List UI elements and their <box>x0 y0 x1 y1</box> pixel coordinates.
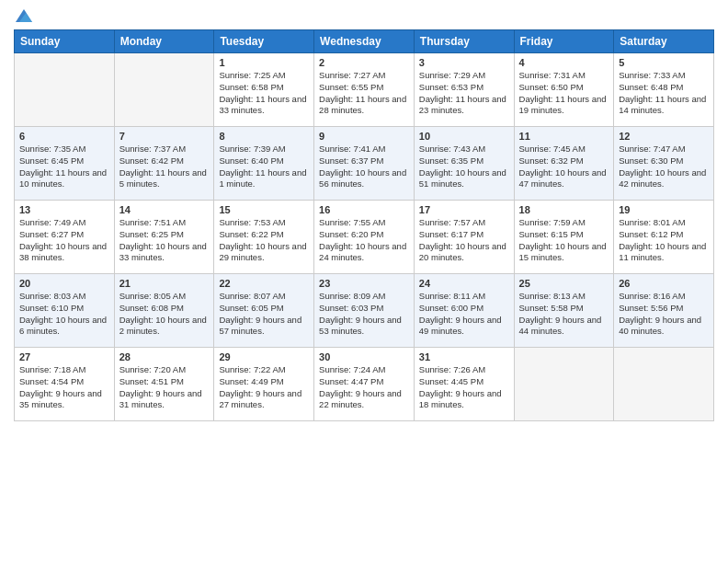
day-number: 24 <box>419 278 509 289</box>
calendar-cell: 15Sunrise: 7:53 AMSunset: 6:22 PMDayligh… <box>214 201 314 274</box>
day-info: Sunrise: 7:41 AMSunset: 6:37 PMDaylight:… <box>319 144 409 190</box>
day-info: Sunrise: 7:29 AMSunset: 6:53 PMDaylight:… <box>419 70 509 117</box>
day-number: 12 <box>619 131 709 142</box>
day-number: 31 <box>419 351 509 362</box>
calendar-cell: 20Sunrise: 8:03 AMSunset: 6:10 PMDayligh… <box>15 274 115 348</box>
day-number: 11 <box>519 131 609 142</box>
day-info: Sunrise: 8:07 AMSunset: 6:05 PMDaylight:… <box>219 291 309 338</box>
calendar-cell: 23Sunrise: 8:09 AMSunset: 6:03 PMDayligh… <box>314 274 415 348</box>
calendar-cell: 25Sunrise: 8:13 AMSunset: 5:58 PMDayligh… <box>514 274 614 348</box>
day-info: Sunrise: 7:45 AMSunset: 6:32 PMDaylight:… <box>519 144 609 190</box>
calendar-cell: 30Sunrise: 7:24 AMSunset: 4:47 PMDayligh… <box>314 348 415 421</box>
day-number: 18 <box>519 204 609 215</box>
calendar-cell: 26Sunrise: 8:16 AMSunset: 5:56 PMDayligh… <box>614 274 714 348</box>
day-info: Sunrise: 7:37 AMSunset: 6:42 PMDaylight:… <box>119 144 210 190</box>
day-number: 2 <box>319 57 409 68</box>
day-number: 8 <box>219 131 309 142</box>
calendar-cell: 27Sunrise: 7:18 AMSunset: 4:54 PMDayligh… <box>15 348 115 421</box>
day-number: 16 <box>319 204 409 215</box>
day-info: Sunrise: 8:05 AMSunset: 6:08 PMDaylight:… <box>119 291 210 338</box>
calendar-cell: 24Sunrise: 8:11 AMSunset: 6:00 PMDayligh… <box>414 274 514 348</box>
calendar-cell: 1Sunrise: 7:25 AMSunset: 6:58 PMDaylight… <box>214 53 314 127</box>
day-info: Sunrise: 7:43 AMSunset: 6:35 PMDaylight:… <box>419 144 509 190</box>
day-info: Sunrise: 8:11 AMSunset: 6:00 PMDaylight:… <box>419 291 509 338</box>
day-info: Sunrise: 8:03 AMSunset: 6:10 PMDaylight:… <box>19 291 109 338</box>
day-info: Sunrise: 8:09 AMSunset: 6:03 PMDaylight:… <box>319 291 409 338</box>
day-number: 10 <box>419 131 509 142</box>
day-number: 3 <box>419 57 509 68</box>
day-number: 5 <box>619 57 709 68</box>
day-info: Sunrise: 7:49 AMSunset: 6:27 PMDaylight:… <box>19 217 109 264</box>
calendar-cell: 31Sunrise: 7:26 AMSunset: 4:45 PMDayligh… <box>414 348 514 421</box>
weekday-header-tuesday: Tuesday <box>214 30 314 53</box>
weekday-header-sunday: Sunday <box>15 30 115 53</box>
weekday-header-monday: Monday <box>114 30 214 53</box>
week-row-1: 1Sunrise: 7:25 AMSunset: 6:58 PMDaylight… <box>15 53 714 127</box>
day-info: Sunrise: 7:53 AMSunset: 6:22 PMDaylight:… <box>219 217 309 264</box>
calendar-cell: 4Sunrise: 7:31 AMSunset: 6:50 PMDaylight… <box>514 53 614 127</box>
week-row-5: 27Sunrise: 7:18 AMSunset: 4:54 PMDayligh… <box>15 348 714 421</box>
day-number: 15 <box>219 204 309 215</box>
day-number: 7 <box>119 131 210 142</box>
day-number: 23 <box>319 278 409 289</box>
calendar-cell: 17Sunrise: 7:57 AMSunset: 6:17 PMDayligh… <box>414 201 514 274</box>
day-info: Sunrise: 8:16 AMSunset: 5:56 PMDaylight:… <box>619 291 709 338</box>
calendar-cell: 12Sunrise: 7:47 AMSunset: 6:30 PMDayligh… <box>614 127 714 201</box>
day-info: Sunrise: 8:13 AMSunset: 5:58 PMDaylight:… <box>519 291 609 338</box>
week-row-3: 13Sunrise: 7:49 AMSunset: 6:27 PMDayligh… <box>15 201 714 274</box>
day-info: Sunrise: 7:24 AMSunset: 4:47 PMDaylight:… <box>319 364 409 411</box>
day-info: Sunrise: 7:57 AMSunset: 6:17 PMDaylight:… <box>419 217 509 264</box>
calendar-cell: 2Sunrise: 7:27 AMSunset: 6:55 PMDaylight… <box>314 53 415 127</box>
logo-icon <box>16 9 32 22</box>
calendar-cell: 19Sunrise: 8:01 AMSunset: 6:12 PMDayligh… <box>614 201 714 274</box>
calendar-cell <box>514 348 614 421</box>
day-number: 27 <box>19 351 109 362</box>
day-info: Sunrise: 7:51 AMSunset: 6:25 PMDaylight:… <box>119 217 210 264</box>
day-number: 19 <box>619 204 709 215</box>
day-info: Sunrise: 7:20 AMSunset: 4:51 PMDaylight:… <box>119 364 210 411</box>
calendar-cell: 8Sunrise: 7:39 AMSunset: 6:40 PMDaylight… <box>214 127 314 201</box>
calendar-cell <box>614 348 714 421</box>
day-info: Sunrise: 7:27 AMSunset: 6:55 PMDaylight:… <box>319 70 409 117</box>
day-info: Sunrise: 7:33 AMSunset: 6:48 PMDaylight:… <box>619 70 709 117</box>
calendar-cell: 5Sunrise: 7:33 AMSunset: 6:48 PMDaylight… <box>614 53 714 127</box>
weekday-header-saturday: Saturday <box>614 30 714 53</box>
week-row-4: 20Sunrise: 8:03 AMSunset: 6:10 PMDayligh… <box>15 274 714 348</box>
day-info: Sunrise: 7:18 AMSunset: 4:54 PMDaylight:… <box>19 364 109 411</box>
day-info: Sunrise: 7:35 AMSunset: 6:45 PMDaylight:… <box>19 144 109 190</box>
day-number: 1 <box>219 57 309 68</box>
day-info: Sunrise: 7:59 AMSunset: 6:15 PMDaylight:… <box>519 217 609 264</box>
day-number: 13 <box>19 204 109 215</box>
calendar-cell: 22Sunrise: 8:07 AMSunset: 6:05 PMDayligh… <box>214 274 314 348</box>
header <box>14 9 714 22</box>
calendar-cell: 21Sunrise: 8:05 AMSunset: 6:08 PMDayligh… <box>114 274 214 348</box>
calendar-cell: 3Sunrise: 7:29 AMSunset: 6:53 PMDaylight… <box>414 53 514 127</box>
calendar-cell <box>114 53 214 127</box>
logo <box>14 9 32 22</box>
day-number: 29 <box>219 351 309 362</box>
weekday-header-friday: Friday <box>514 30 614 53</box>
calendar-cell: 6Sunrise: 7:35 AMSunset: 6:45 PMDaylight… <box>15 127 115 201</box>
calendar-cell: 9Sunrise: 7:41 AMSunset: 6:37 PMDaylight… <box>314 127 415 201</box>
calendar-cell: 10Sunrise: 7:43 AMSunset: 6:35 PMDayligh… <box>414 127 514 201</box>
calendar-cell: 11Sunrise: 7:45 AMSunset: 6:32 PMDayligh… <box>514 127 614 201</box>
day-info: Sunrise: 7:25 AMSunset: 6:58 PMDaylight:… <box>219 70 309 117</box>
day-number: 25 <box>519 278 609 289</box>
calendar: SundayMondayTuesdayWednesdayThursdayFrid… <box>14 29 714 421</box>
day-info: Sunrise: 7:26 AMSunset: 4:45 PMDaylight:… <box>419 364 509 411</box>
calendar-cell: 18Sunrise: 7:59 AMSunset: 6:15 PMDayligh… <box>514 201 614 274</box>
page: SundayMondayTuesdayWednesdayThursdayFrid… <box>0 0 728 563</box>
day-number: 20 <box>19 278 109 289</box>
day-number: 6 <box>19 131 109 142</box>
day-info: Sunrise: 7:31 AMSunset: 6:50 PMDaylight:… <box>519 70 609 117</box>
calendar-cell <box>15 53 115 127</box>
calendar-cell: 28Sunrise: 7:20 AMSunset: 4:51 PMDayligh… <box>114 348 214 421</box>
day-number: 17 <box>419 204 509 215</box>
weekday-header-row: SundayMondayTuesdayWednesdayThursdayFrid… <box>15 30 714 53</box>
calendar-cell: 7Sunrise: 7:37 AMSunset: 6:42 PMDaylight… <box>114 127 214 201</box>
day-number: 30 <box>319 351 409 362</box>
week-row-2: 6Sunrise: 7:35 AMSunset: 6:45 PMDaylight… <box>15 127 714 201</box>
day-info: Sunrise: 8:01 AMSunset: 6:12 PMDaylight:… <box>619 217 709 264</box>
day-info: Sunrise: 7:47 AMSunset: 6:30 PMDaylight:… <box>619 144 709 190</box>
weekday-header-thursday: Thursday <box>414 30 514 53</box>
